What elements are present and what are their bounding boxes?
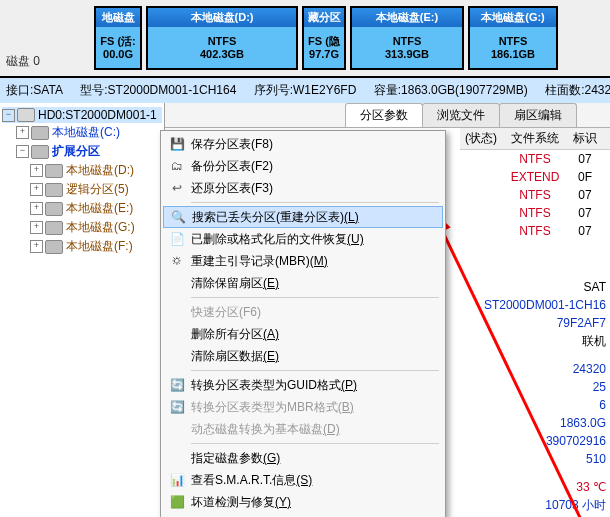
tree-item-logical5[interactable]: +逻辑分区(5) [2,180,162,199]
menu-item[interactable]: 指定磁盘参数(G) [163,447,443,469]
disk-info-bar: 接口:SATA 型号:ST2000DM001-1CH164 序列号:W1E2Y6… [0,78,610,103]
th-id[interactable]: 标识 [568,128,602,149]
tab-browse-files[interactable]: 浏览文件 [422,103,500,127]
partition-block[interactable]: 藏分区FS (隐97.7G [302,6,346,70]
info-interface: 接口:SATA [6,83,63,97]
table-row[interactable]: NTFS07 [460,222,610,240]
menu-item[interactable]: 删除所有分区(A) [163,323,443,345]
menu-item[interactable]: 🔄转换分区表类型为GUID格式(P) [163,374,443,396]
menu-separator [191,370,439,371]
tree-item-e[interactable]: +本地磁盘(E:) [2,199,162,218]
partition-table: (状态) 文件系统 标识 NTFS07EXTEND0FNTFS07NTFS07N… [460,128,610,240]
table-row[interactable]: NTFS07 [460,186,610,204]
info-serial: 序列号:W1E2Y6FD [254,83,357,97]
disk-label: 磁盘 0 [0,47,92,76]
menu-item[interactable]: 🔍搜索已丢失分区(重建分区表)(L) [163,206,443,228]
disk-details: SAT ST2000DM001-1CH16 79F2AF7 联机 24320 2… [426,278,610,517]
disk-partition-bar: 磁盘 0 地磁盘FS (活:00.0G本地磁盘(D:)NTFS402.3GB藏分… [0,0,610,78]
menu-icon: 🗂 [169,158,185,174]
th-fs[interactable]: 文件系统 [502,128,568,149]
menu-icon: ⛭ [169,253,185,269]
menu-item[interactable]: ↩还原分区表(F3) [163,177,443,199]
menu-item[interactable]: 📊查看S.M.A.R.T.信息(S) [163,469,443,491]
tree-item-d[interactable]: +本地磁盘(D:) [2,161,162,180]
partition-block[interactable]: 本地磁盘(E:)NTFS313.9GB [350,6,464,70]
tab-sector-edit[interactable]: 扇区编辑 [499,103,577,127]
menu-item: 🔄转换分区表类型为MBR格式(B) [163,396,443,418]
tree-item-g[interactable]: +本地磁盘(G:) [2,218,162,237]
disk-tree: −HD0:ST2000DM001-1 +本地磁盘(C:) −扩展分区 +本地磁盘… [0,103,165,517]
menu-icon: 💾 [169,136,185,152]
tree-item-ext[interactable]: −扩展分区 [2,142,162,161]
menu-icon: 🟩 [169,494,185,510]
th-state[interactable]: (状态) [460,128,502,149]
menu-item[interactable]: 🗂备份分区表(F2) [163,155,443,177]
tab-partition-params[interactable]: 分区参数 [345,103,423,127]
menu-separator [191,443,439,444]
tree-root-hd0[interactable]: −HD0:ST2000DM001-1 [2,107,162,123]
menu-item: 快速分区(F6) [163,301,443,323]
menu-icon: ↩ [169,180,185,196]
menu-icon: 📄 [169,231,185,247]
menu-item[interactable]: ⛭重建主引导记录(MBR)(M) [163,250,443,272]
table-row[interactable]: NTFS07 [460,204,610,222]
menu-item[interactable]: 📄已删除或格式化后的文件恢复(U) [163,228,443,250]
table-row[interactable]: NTFS07 [460,150,610,168]
menu-item[interactable]: 清除保留扇区(E) [163,272,443,294]
menu-item: 动态磁盘转换为基本磁盘(D) [163,418,443,440]
menu-separator [191,202,439,203]
menu-item[interactable]: 清除扇区数据(E) [163,345,443,367]
tree-item-f[interactable]: +本地磁盘(F:) [2,237,162,256]
info-capacity: 容量:1863.0GB(1907729MB) [374,83,528,97]
info-model: 型号:ST2000DM001-1CH164 [80,83,236,97]
tab-bar: 分区参数 浏览文件 扇区编辑 [165,103,610,128]
menu-item: 复位磁盘驱动器 [163,513,443,517]
menu-icon: 🔄 [169,377,185,393]
menu-icon: 🔍 [170,209,186,225]
menu-icon: 🔄 [169,399,185,415]
tree-item-c[interactable]: +本地磁盘(C:) [2,123,162,142]
menu-item[interactable]: 🟩坏道检测与修复(Y) [163,491,443,513]
menu-icon: 📊 [169,472,185,488]
menu-separator [191,297,439,298]
partition-block[interactable]: 本地磁盘(G:)NTFS186.1GB [468,6,558,70]
context-menu[interactable]: 💾保存分区表(F8)🗂备份分区表(F2)↩还原分区表(F3)🔍搜索已丢失分区(重… [160,130,446,517]
menu-item[interactable]: 💾保存分区表(F8) [163,133,443,155]
partition-block[interactable]: 地磁盘FS (活:00.0G [94,6,142,70]
partition-block[interactable]: 本地磁盘(D:)NTFS402.3GB [146,6,298,70]
table-row[interactable]: EXTEND0F [460,168,610,186]
info-cylinders: 柱面数:243201 [545,83,610,97]
